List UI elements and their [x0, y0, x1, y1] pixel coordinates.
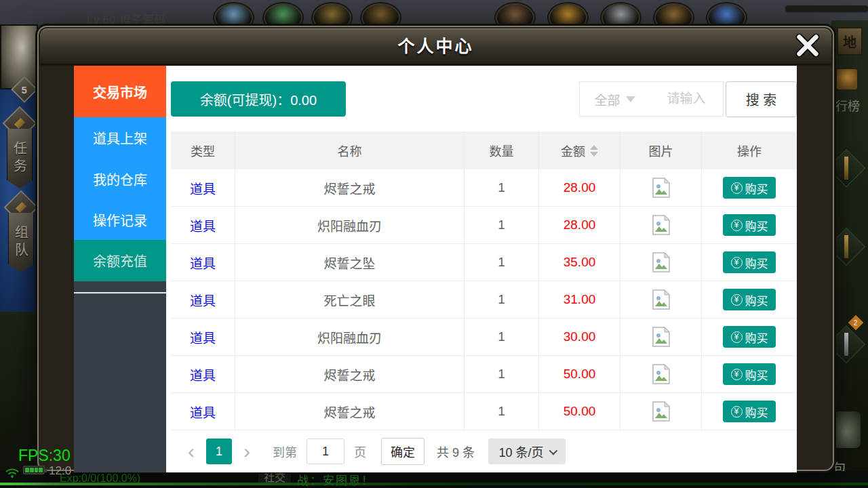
broken-image-icon	[652, 401, 670, 422]
team-menu-button[interactable]: 组队	[7, 195, 35, 272]
buy-button[interactable]: ¥ 购买	[723, 326, 776, 348]
item-name: 炽阳融血刃	[235, 319, 465, 355]
column-header-action: 操作	[702, 131, 797, 169]
table-header: 类型 名称 数量 金额 图片 操作	[171, 131, 797, 169]
balance-button[interactable]: 余额(可提现)：0.00	[171, 81, 346, 117]
confirm-button[interactable]: 确定	[381, 438, 425, 465]
goto-suffix-label: 页	[354, 443, 366, 460]
buy-button-label: 购买	[745, 254, 768, 271]
item-name: 死亡之眼	[235, 281, 465, 318]
total-count-label: 共 9 条	[437, 443, 475, 460]
buy-button[interactable]: ¥ 购买	[723, 251, 776, 273]
sidebar-item-my-warehouse[interactable]: 我的仓库	[74, 159, 166, 199]
broken-image-icon	[652, 289, 670, 310]
yuan-icon: ¥	[731, 294, 743, 306]
next-page-button[interactable]: ›	[241, 439, 252, 464]
search-input[interactable]	[650, 81, 724, 117]
sidebar-item-recharge[interactable]: 余额充值	[74, 240, 166, 281]
sidebar-item-operation-log[interactable]: 操作记录	[74, 199, 166, 240]
item-type-link[interactable]: 道具	[190, 365, 216, 384]
wifi-icon	[4, 466, 20, 479]
buy-button[interactable]: ¥ 购买	[723, 289, 776, 310]
item-quantity: 1	[465, 319, 539, 355]
search-button[interactable]: 搜 索	[726, 81, 797, 117]
dialog-title: 个人中心	[40, 28, 831, 64]
item-name: 烬誓之戒	[235, 356, 465, 392]
item-type-link[interactable]: 道具	[190, 291, 216, 309]
buy-button-label: 购买	[745, 366, 768, 383]
item-type-link[interactable]: 道具	[190, 403, 216, 421]
item-name: 烬誓之戒	[235, 169, 465, 206]
prev-page-button[interactable]: ‹	[186, 439, 197, 464]
buy-button-label: 购买	[745, 329, 768, 346]
item-price: 28.00	[539, 207, 620, 243]
backpack-icon[interactable]	[831, 411, 861, 449]
chevron-down-icon	[549, 446, 557, 455]
item-type-link[interactable]: 道具	[190, 328, 216, 346]
item-type-link[interactable]: 道具	[190, 216, 216, 235]
table-row: 道具 烬誓之戒 1 50.00 ¥ 购买	[171, 356, 797, 393]
broken-image-icon	[652, 364, 670, 384]
broken-image-icon	[652, 178, 670, 198]
dialog-header: 个人中心	[40, 28, 831, 64]
broken-image-icon	[652, 327, 670, 347]
buy-button[interactable]: ¥ 购买	[723, 214, 776, 236]
buy-button-label: 购买	[745, 217, 768, 234]
sidebar-item-list-item[interactable]: 道具上架	[74, 117, 166, 159]
column-header-price[interactable]: 金额	[539, 131, 620, 169]
exp-progress-bar	[0, 483, 868, 485]
goto-page-input[interactable]	[307, 439, 344, 464]
table-row: 道具 炽阳融血刃 1 28.00 ¥ 购买	[171, 207, 797, 244]
buy-button[interactable]: ¥ 购买	[723, 363, 776, 385]
item-type-link[interactable]: 道具	[190, 179, 216, 197]
battle-chat-message: 战：安图恩！	[297, 471, 374, 488]
clock-label: 12:0	[49, 464, 71, 478]
pagination: ‹ 1 › 到第 页 确定 共 9 条 10 条/页	[171, 430, 797, 472]
page-size-dropdown[interactable]: 10 条/页	[488, 439, 566, 464]
column-header-image: 图片	[620, 131, 702, 169]
battery-icon	[23, 466, 45, 474]
fps-counter: FPS:30	[18, 447, 71, 465]
yuan-icon: ¥	[731, 257, 743, 268]
map-banner[interactable]: 地	[837, 27, 863, 56]
buy-button[interactable]: ¥ 购买	[723, 177, 776, 199]
team-label: 组队	[12, 225, 31, 260]
item-price: 50.00	[539, 356, 620, 392]
goto-prefix-label: 到第	[273, 443, 297, 460]
yuan-icon: ¥	[731, 182, 743, 194]
column-header-quantity: 数量	[465, 131, 539, 169]
close-icon[interactable]	[795, 33, 821, 58]
item-price: 35.00	[539, 244, 620, 281]
table-row: 道具 烬誓之戒 1 28.00 ¥ 购买	[171, 169, 797, 207]
player-avatar[interactable]	[0, 24, 38, 89]
ranking-icon[interactable]	[835, 68, 859, 91]
buy-button[interactable]: ¥ 购买	[723, 401, 776, 422]
quest-label: 任务	[10, 141, 30, 176]
item-quantity: 1	[465, 356, 539, 392]
filter-value: 全部	[594, 90, 620, 108]
broken-image-icon	[652, 215, 670, 235]
yuan-icon: ¥	[731, 331, 743, 343]
item-type-link[interactable]: 道具	[190, 253, 216, 272]
items-table: 类型 名称 数量 金额 图片 操作 道具 烬誓之戒 1 28.00	[171, 131, 797, 430]
player-info-label: Lv.60 橙子源码	[87, 11, 165, 27]
sidebar-item-trade-market[interactable]: 交易市场	[74, 66, 166, 117]
item-quantity: 1	[465, 281, 539, 318]
personal-center-dialog: 个人中心 交易市场 道具上架 我的仓库 操作记录 余额充值 余额(可提现)：0.…	[37, 26, 834, 471]
item-name: 炽阳融血刃	[235, 207, 465, 243]
game-screen: Lv.60 橙子源码 5 任务 组队 地 行榜 2 背包 Exp:0/0(100…	[0, 0, 868, 488]
broken-image-icon	[652, 252, 670, 272]
item-quantity: 1	[465, 169, 539, 206]
item-price: 28.00	[539, 169, 620, 206]
buy-button-label: 购买	[745, 180, 768, 197]
sort-icon[interactable]	[590, 145, 598, 157]
buy-button-label: 购买	[745, 403, 768, 420]
table-body: 道具 烬誓之戒 1 28.00 ¥ 购买 道具 炽阳融血刃 1 28.00	[171, 169, 797, 430]
buy-button-label: 购买	[745, 291, 768, 308]
item-name: 烬誓之戒	[235, 393, 465, 430]
item-quantity: 1	[465, 207, 539, 243]
item-quantity: 1	[465, 244, 539, 281]
filter-dropdown[interactable]: 全部	[579, 81, 650, 117]
current-page-button[interactable]: 1	[206, 439, 232, 464]
quest-menu-button[interactable]: 任务	[5, 111, 34, 188]
